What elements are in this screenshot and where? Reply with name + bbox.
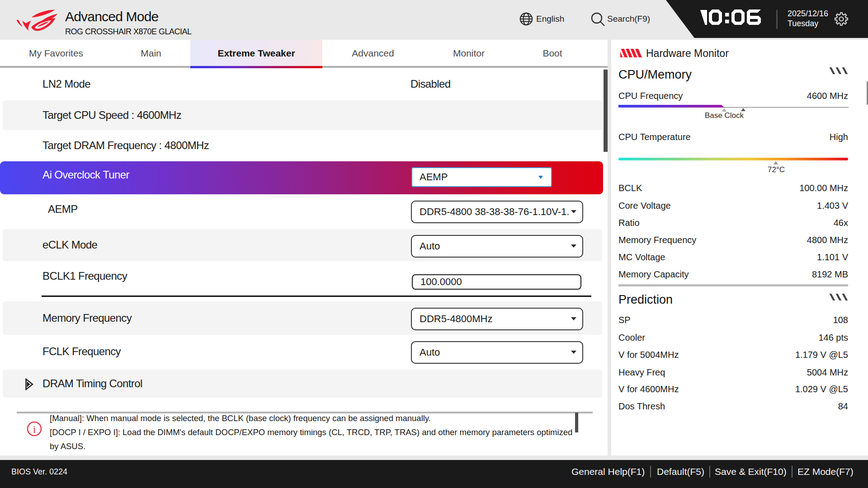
svg-text:i: i [33,423,36,435]
